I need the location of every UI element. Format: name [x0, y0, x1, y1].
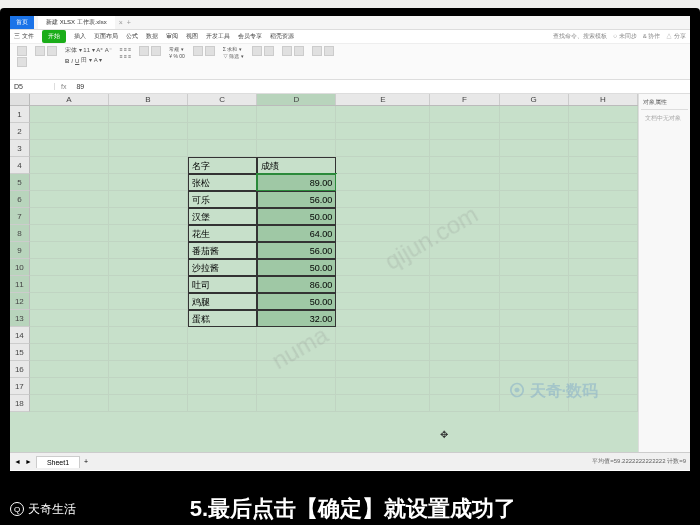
cell[interactable]: 50.00 — [257, 208, 336, 225]
cell[interactable] — [430, 276, 499, 293]
row-header[interactable]: 14 — [10, 327, 30, 344]
cell[interactable] — [500, 140, 569, 157]
row-header[interactable]: 10 — [10, 259, 30, 276]
table-style-icon[interactable] — [205, 46, 215, 56]
cell[interactable] — [109, 395, 188, 412]
cell[interactable] — [30, 242, 109, 259]
worksheet-icon[interactable] — [294, 46, 304, 56]
collab-button[interactable]: & 协作 — [643, 32, 661, 41]
cell[interactable] — [336, 208, 430, 225]
tab-add-button[interactable]: + — [127, 19, 131, 26]
row-header[interactable]: 1 — [10, 106, 30, 123]
cell[interactable] — [30, 225, 109, 242]
cond-format-icon[interactable] — [193, 46, 203, 56]
cell[interactable] — [257, 344, 336, 361]
cell[interactable] — [500, 157, 569, 174]
row-header[interactable]: 17 — [10, 378, 30, 395]
cell[interactable] — [569, 310, 638, 327]
cell[interactable] — [500, 327, 569, 344]
cell[interactable] — [430, 157, 499, 174]
cell[interactable] — [30, 106, 109, 123]
cell[interactable] — [430, 225, 499, 242]
row-header[interactable]: 6 — [10, 191, 30, 208]
cell[interactable] — [336, 327, 430, 344]
col-header[interactable]: B — [109, 94, 188, 105]
row-header[interactable]: 13 — [10, 310, 30, 327]
cell[interactable] — [257, 361, 336, 378]
cell[interactable] — [500, 276, 569, 293]
cell[interactable] — [30, 208, 109, 225]
sheet-nav-next-icon[interactable]: ► — [25, 458, 32, 465]
cell[interactable]: 89.00 — [257, 174, 336, 191]
spreadsheet-grid[interactable]: A B C D E F G H 1234名字成绩5张松89.006可乐56.00… — [10, 94, 638, 452]
cell[interactable] — [430, 310, 499, 327]
cell[interactable] — [257, 378, 336, 395]
cell[interactable] — [30, 140, 109, 157]
cell[interactable] — [109, 344, 188, 361]
wrap-icon[interactable] — [151, 46, 161, 56]
menu-resource[interactable]: 稻壳资源 — [270, 32, 294, 41]
row-header[interactable]: 18 — [10, 395, 30, 412]
cell[interactable] — [109, 242, 188, 259]
cell[interactable]: 番茄酱 — [188, 242, 257, 259]
cell[interactable] — [500, 344, 569, 361]
cell[interactable] — [569, 123, 638, 140]
cell[interactable] — [109, 140, 188, 157]
cell[interactable]: 64.00 — [257, 225, 336, 242]
col-header[interactable]: F — [430, 94, 499, 105]
fx-icon[interactable]: fx — [55, 83, 72, 90]
cell[interactable] — [500, 123, 569, 140]
menu-start[interactable]: 开始 — [42, 30, 66, 43]
format-painter-icon[interactable] — [47, 46, 57, 56]
col-header[interactable]: C — [188, 94, 257, 105]
cell[interactable] — [30, 276, 109, 293]
menu-member[interactable]: 会员专享 — [238, 32, 262, 41]
cell[interactable] — [430, 123, 499, 140]
cell[interactable] — [336, 293, 430, 310]
cell[interactable]: 沙拉酱 — [188, 259, 257, 276]
cell[interactable] — [500, 293, 569, 310]
cell[interactable] — [336, 344, 430, 361]
cell[interactable] — [109, 225, 188, 242]
cell[interactable] — [257, 395, 336, 412]
cell[interactable] — [430, 174, 499, 191]
cell[interactable] — [430, 361, 499, 378]
cell[interactable] — [109, 327, 188, 344]
cell[interactable] — [188, 378, 257, 395]
menu-view[interactable]: 视图 — [186, 32, 198, 41]
cell[interactable] — [430, 395, 499, 412]
cell[interactable] — [30, 157, 109, 174]
add-sheet-button[interactable]: + — [84, 458, 88, 465]
cell[interactable] — [30, 378, 109, 395]
cell[interactable] — [30, 259, 109, 276]
find-icon[interactable] — [324, 46, 334, 56]
col-header[interactable]: E — [336, 94, 430, 105]
row-header[interactable]: 7 — [10, 208, 30, 225]
row-header[interactable]: 11 — [10, 276, 30, 293]
cell[interactable] — [500, 106, 569, 123]
cell[interactable] — [188, 106, 257, 123]
cell[interactable] — [500, 242, 569, 259]
cell[interactable] — [336, 395, 430, 412]
paste-icon[interactable] — [17, 46, 27, 56]
col-header[interactable]: G — [500, 94, 569, 105]
cell[interactable] — [569, 361, 638, 378]
menu-layout[interactable]: 页面布局 — [94, 32, 118, 41]
row-header[interactable]: 3 — [10, 140, 30, 157]
cell[interactable]: 名字 — [188, 157, 257, 174]
cell[interactable] — [430, 191, 499, 208]
cell[interactable] — [188, 327, 257, 344]
cell[interactable] — [569, 293, 638, 310]
cell[interactable] — [336, 310, 430, 327]
cell[interactable] — [569, 208, 638, 225]
cell[interactable] — [109, 157, 188, 174]
cell[interactable] — [336, 174, 430, 191]
cell[interactable] — [430, 208, 499, 225]
cell[interactable] — [569, 174, 638, 191]
cell[interactable] — [188, 140, 257, 157]
cell[interactable] — [109, 378, 188, 395]
cell[interactable]: 张松 — [188, 174, 257, 191]
cell[interactable] — [336, 157, 430, 174]
cell[interactable] — [500, 191, 569, 208]
cell[interactable] — [257, 123, 336, 140]
